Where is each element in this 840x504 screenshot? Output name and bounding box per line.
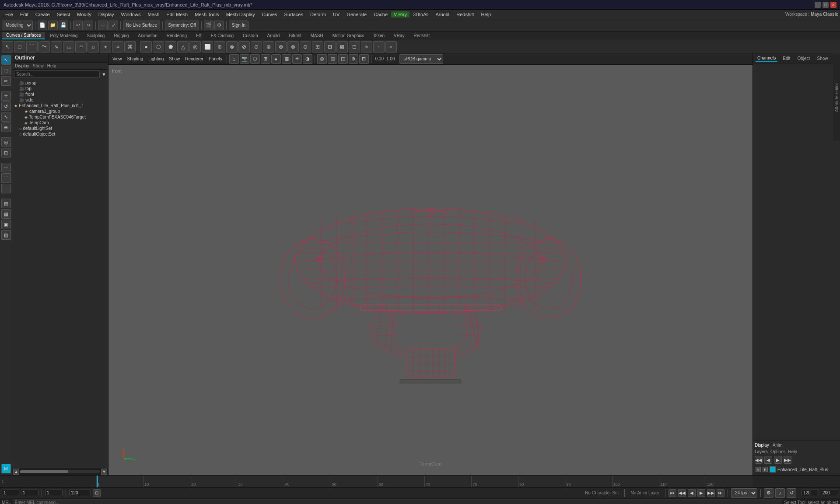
- playback-go-end[interactable]: ⏭: [717, 489, 724, 497]
- shelf-tab-mash[interactable]: MASH: [306, 32, 328, 39]
- shelf-icon-surf6[interactable]: ⊛: [275, 41, 287, 52]
- shelf-icon-curve9[interactable]: ⌘: [124, 41, 136, 52]
- menu-display[interactable]: Display: [95, 11, 118, 18]
- shelf-icon-surf5[interactable]: ⊚: [263, 41, 274, 52]
- outliner-scroll-down[interactable]: ▼: [101, 469, 107, 475]
- shelf-tab-redshift[interactable]: Redshift: [409, 32, 434, 39]
- menu-create[interactable]: Create: [32, 11, 53, 18]
- menu-cache[interactable]: Cache: [370, 11, 391, 18]
- layer-visible-toggle[interactable]: V: [756, 467, 761, 472]
- shelf-tab-fx[interactable]: FX: [192, 32, 206, 39]
- shelf-tab-arnold[interactable]: Arnold: [262, 32, 284, 39]
- grid-icon[interactable]: ▧: [1, 230, 11, 240]
- snap-curve-icon[interactable]: ⌒: [1, 173, 11, 183]
- soft-mod-icon[interactable]: ◎: [1, 137, 11, 147]
- snap-point-icon[interactable]: ·: [1, 184, 11, 193]
- vp-texture-icon[interactable]: ▦: [282, 54, 291, 64]
- shelf-tab-rigging[interactable]: Rigging: [109, 32, 133, 39]
- layer-next-next-btn[interactable]: ▶▶: [784, 456, 791, 464]
- anim-end-input[interactable]: [821, 490, 838, 496]
- vp-view-menu[interactable]: View: [110, 56, 124, 62]
- render-icon[interactable]: ▦: [1, 209, 11, 219]
- shelf-icon-plane[interactable]: ⬜: [202, 41, 213, 52]
- vp-resolution-icon[interactable]: ⊟: [359, 54, 369, 64]
- shelf-icon-surf3[interactable]: ⊘: [238, 41, 250, 52]
- shelf-icon-surf8[interactable]: ⊝: [300, 41, 311, 52]
- vp-isolate-icon[interactable]: ◎: [317, 54, 327, 64]
- no-live-surface-button[interactable]: No Live Surface: [123, 21, 160, 30]
- playback-prev-frame[interactable]: ◀: [688, 489, 696, 497]
- layer-next-btn[interactable]: ▶: [774, 456, 782, 464]
- timeline-scroll[interactable]: 1 10 20 30 40 50 60 70 75 80 90 100 110 …: [96, 476, 752, 487]
- shelf-icon-curve1[interactable]: ⌒: [26, 41, 38, 52]
- rotate-tool-icon[interactable]: ↺: [1, 102, 11, 111]
- vp-lighting-menu[interactable]: Lighting: [146, 56, 166, 62]
- max-frame-input[interactable]: [802, 490, 819, 496]
- shelf-icon-curve5[interactable]: ⌔: [75, 41, 87, 52]
- vp-camera-icon[interactable]: 📷: [240, 54, 249, 64]
- outliner-item-object-set[interactable]: ○ defaultObjectSet: [12, 131, 108, 137]
- camera-icon-left[interactable]: ▣: [1, 220, 11, 229]
- minimize-button[interactable]: —: [815, 2, 821, 8]
- shelf-tab-rendering[interactable]: Rendering: [162, 32, 191, 39]
- vp-shading-menu[interactable]: Shading: [125, 56, 146, 62]
- options-option[interactable]: Options: [770, 449, 785, 454]
- mel-input[interactable]: [13, 499, 783, 504]
- shelf-icon-surf9[interactable]: ⊞: [312, 41, 323, 52]
- vp-renderer-menu[interactable]: Renderer: [183, 56, 206, 62]
- shelf-icon-curve3[interactable]: ∿: [51, 41, 62, 52]
- move-tool-icon[interactable]: ✛: [1, 91, 11, 101]
- channels-tab[interactable]: Channels: [756, 55, 777, 62]
- playback-go-start[interactable]: ⏮: [668, 489, 676, 497]
- frame-start-input[interactable]: [21, 490, 38, 496]
- shelf-icon-surf11[interactable]: ⊠: [336, 41, 348, 52]
- outliner-display-menu[interactable]: Display: [15, 63, 29, 68]
- layer-color-swatch[interactable]: [770, 466, 776, 472]
- vp-home-icon[interactable]: ⌂: [229, 54, 239, 64]
- menu-redshift[interactable]: Redshift: [453, 11, 477, 18]
- menu-edit-mesh[interactable]: Edit Mesh: [163, 11, 191, 18]
- anim-layer-tab[interactable]: Anim: [773, 443, 783, 448]
- menu-mesh-display[interactable]: Mesh Display: [223, 11, 259, 18]
- fps-select[interactable]: 24 fps 30 fps: [731, 488, 757, 498]
- layer-prev-btn[interactable]: ◀: [764, 456, 772, 464]
- current-frame-input[interactable]: [2, 490, 19, 496]
- shelf-icon-curve2[interactable]: 〜: [38, 41, 50, 52]
- frame-range-end-lock[interactable]: ⊡: [93, 489, 101, 497]
- show-manip-icon[interactable]: ⊞: [1, 148, 11, 158]
- select-tool-button[interactable]: ⊹: [98, 21, 108, 30]
- vp-shadow-icon[interactable]: ◑: [303, 54, 312, 64]
- shelf-tab-custom[interactable]: Custom: [238, 32, 262, 39]
- lasso-tool-icon[interactable]: ◌: [1, 66, 11, 75]
- shelf-icon-surf4[interactable]: ⊙: [251, 41, 262, 52]
- shelf-icon-torus[interactable]: ◎: [189, 41, 201, 52]
- shelf-tab-bifrost[interactable]: Bifrost: [284, 32, 305, 39]
- layers-option[interactable]: Layers: [755, 449, 768, 454]
- maximize-button[interactable]: □: [822, 2, 829, 8]
- vp-light-icon[interactable]: ☀: [292, 54, 302, 64]
- playback-prev-key[interactable]: ◀◀: [678, 489, 686, 497]
- outliner-item-side[interactable]: 🎥 side: [12, 97, 108, 103]
- undo-button[interactable]: ↩: [73, 21, 83, 30]
- outliner-item-tempcam[interactable]: ◈ TempCam: [12, 120, 108, 126]
- shelf-icon-sphere[interactable]: ●: [140, 41, 152, 52]
- outliner-item-front[interactable]: 🎥 front: [12, 91, 108, 97]
- menu-mesh[interactable]: Mesh: [144, 11, 163, 18]
- shelf-icon-arrow[interactable]: ↖: [2, 41, 13, 52]
- shelf-icon-surf12[interactable]: ⊡: [349, 41, 360, 52]
- viewport-canvas[interactable]: front: [108, 65, 752, 475]
- menu-file[interactable]: File: [2, 11, 17, 18]
- outliner-show-menu[interactable]: Show: [33, 63, 44, 68]
- menu-curves[interactable]: Curves: [259, 11, 281, 18]
- render-button[interactable]: 🎬: [204, 21, 214, 30]
- menu-windows[interactable]: Windows: [118, 11, 144, 18]
- shelf-tab-animation[interactable]: Animation: [133, 32, 161, 39]
- shelf-icon-deform2[interactable]: ⋅: [373, 41, 385, 52]
- shelf-icon-deform3[interactable]: ⋆: [385, 41, 397, 52]
- shelf-tab-fx-caching[interactable]: FX Caching: [206, 32, 238, 39]
- shelf-icon-cube[interactable]: ⬡: [153, 41, 164, 52]
- shelf-icon-surf7[interactable]: ⊜: [287, 41, 299, 52]
- key-frame-input[interactable]: [45, 490, 63, 496]
- menu-vray[interactable]: V-Ray: [391, 11, 410, 18]
- shelf-tab-vray[interactable]: VRay: [389, 32, 409, 39]
